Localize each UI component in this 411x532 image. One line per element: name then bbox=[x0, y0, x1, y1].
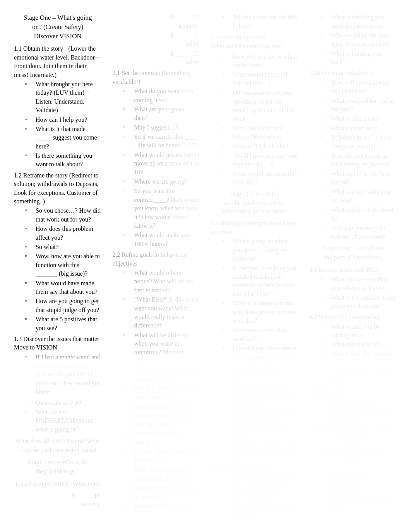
section-4-2-head: 4.2 Set specific assignments bbox=[310, 313, 397, 321]
list-item: First small sign of change? bbox=[123, 429, 200, 447]
section-2-3-head: 2.3 Generate specifics bbox=[211, 33, 299, 41]
section-4-2-list: What would you be willing to do? What co… bbox=[310, 322, 397, 385]
list-item: What brought you here today? (LUV them! … bbox=[24, 80, 102, 115]
section-4-1-list: What will be your first step when you le… bbox=[310, 275, 397, 311]
list-item: What could you do? bbox=[320, 340, 397, 349]
list-item: "I will know you met your objective by…?… bbox=[221, 152, 299, 169]
list-item: So you chose…? How did that work out for… bbox=[24, 206, 102, 224]
list-item: What are your goals, then? bbox=[123, 105, 200, 123]
list-item: What would sustainability look like? bbox=[221, 170, 299, 187]
list-item: Who might be willing to help you with th… bbox=[221, 408, 299, 425]
list-item: How have you done this? bbox=[221, 389, 299, 397]
list-item: What would you be doing differently? bbox=[123, 484, 200, 501]
list-item: Wow, how are you able to function with t… bbox=[24, 252, 102, 278]
list-item: On a scale of 0-10… bbox=[24, 399, 102, 407]
list-item: You talked like you were on track. When … bbox=[123, 402, 200, 428]
title-line-1: Stage One – What's going bbox=[14, 13, 102, 22]
list-item: How are you going to get that stupid jud… bbox=[24, 297, 102, 314]
list-item: Tell me when you did this before? bbox=[221, 13, 299, 31]
center-question-3: Where has learning HIS resources happene… bbox=[310, 427, 397, 444]
scale-line: 0______10security bbox=[14, 491, 102, 509]
scale-line: 0______10security bbox=[113, 13, 200, 31]
section-1-1-head: 1.1 Obtain the story - (Lower the emotio… bbox=[14, 44, 102, 79]
list-item: What might keep you from reaching this? bbox=[221, 483, 299, 500]
list-item: May I suggest…? bbox=[123, 123, 200, 132]
section-3-3-head: 3.3 Determine solution(s) bbox=[310, 69, 397, 77]
section-2-3-note: What does success look like? bbox=[211, 42, 299, 51]
section-4-3-list: So let me review… When could you report … bbox=[310, 397, 397, 424]
list-item: What is a tiny baby step for you? bbox=[320, 188, 397, 205]
list-item: Where can you go for help? bbox=[221, 426, 299, 443]
list-item: Is there something you want to talk abou… bbox=[24, 152, 102, 169]
list-item: How can I help you? bbox=[24, 116, 102, 124]
section-1-2-head: 1.2 Reframe the story (Redirect to solut… bbox=[14, 171, 102, 206]
center-question-1: What does HE (SHE) want? What does the c… bbox=[14, 437, 102, 454]
list-item: What could be adjusted? bbox=[221, 473, 299, 482]
list-item: So what? bbox=[24, 243, 102, 251]
list-item: Exceptions? bbox=[221, 398, 299, 407]
list-item: What is it about you that will allow you… bbox=[221, 299, 299, 325]
list-item: What is holding you back? bbox=[320, 49, 397, 67]
list-item: What could you do in the future? bbox=[320, 497, 397, 515]
list-item: Tell me about a time that you did ___? bbox=[123, 447, 200, 465]
list-item: What is it that made _____ suggest you c… bbox=[24, 125, 102, 151]
list-item: What will be different when you wake up … bbox=[123, 331, 200, 366]
list-item: What's the 1st sign change is taking pla… bbox=[123, 366, 200, 384]
list-item: How does this problem affect you? bbox=[24, 225, 102, 242]
list-item: Who will first notice? bbox=[123, 502, 200, 511]
list-item: What do you want from coming here? bbox=[123, 87, 200, 104]
list-item: What would happen if you did this…? bbox=[221, 70, 299, 88]
list-item: How did you know not to do it anymore? (… bbox=[221, 344, 299, 379]
list-item: When could you report back to me? bbox=[320, 406, 397, 424]
list-item: "What Else?" Is this really want you wan… bbox=[123, 295, 200, 330]
section-1-3-list: If I had a magic wand and removed the pr… bbox=[14, 353, 102, 396]
title-line: they want to go? bbox=[14, 467, 102, 476]
list-item: Who? What? When? Where? How often? bbox=[221, 124, 299, 142]
list-item: How will you know when you're there? bbox=[221, 53, 299, 70]
list-item: What would permit you to move up on a sc… bbox=[123, 151, 200, 177]
list-item: What will it look like? bbox=[221, 142, 299, 150]
list-item: Do you want to set your specific goal fo… bbox=[221, 89, 299, 123]
list-item: What do you UNDERSTAND about what is goi… bbox=[24, 408, 102, 434]
section-2-2-head: 2.2 Refine goals to behavioral objective… bbox=[113, 251, 200, 268]
list-item: What is the smallest thing you could do … bbox=[320, 293, 397, 311]
title-line: Stage Two – Where do bbox=[14, 457, 102, 467]
section-1-3-list-cont: On a scale of 0-10… What do you UNDERSTA… bbox=[14, 399, 102, 434]
list-item: What would others notice? Who will be th… bbox=[123, 269, 200, 295]
title-line-3: Discover VISION bbox=[14, 32, 102, 41]
stage-two-subtitle: Establishing VISION--What is It? bbox=[14, 480, 102, 488]
section-3-1-head: 3.1 Highlight strengths in self and envi… bbox=[211, 219, 299, 237]
stage-one-title: Stage One – What's going on? (Create Saf… bbox=[14, 13, 102, 41]
list-item: So let me review… bbox=[320, 397, 397, 406]
list-item: Who else will notice? bbox=[123, 466, 200, 474]
list-item: How did you stop (e.g., only hitting her… bbox=[320, 152, 397, 169]
section-3-3-list: How will you deal with this problem? Wha… bbox=[310, 78, 397, 241]
section-3-1-list: What's going on when you aren't… doing t… bbox=[211, 237, 299, 461]
list-item: What could you do about it? bbox=[320, 206, 397, 223]
list-item: What would you be willing to do? bbox=[320, 322, 397, 340]
list-item: If "I don't know"--- then "Suppose you d… bbox=[320, 133, 397, 151]
list-item: Who would be the most upset if you succe… bbox=[320, 31, 397, 49]
list-item: So you want this contract____? How would… bbox=[123, 187, 200, 230]
list-item: In the past, how have you handled that k… bbox=[221, 264, 299, 299]
list-item: Where we are going? bbox=[123, 177, 200, 186]
list-item: What's going on when you aren't… doing t… bbox=[221, 237, 299, 263]
list-item: What will be your first step when you le… bbox=[320, 275, 397, 293]
section-2-3-list: How will you know when you're there? Wha… bbox=[211, 53, 299, 187]
list-item: How do you think you do that? bbox=[221, 444, 299, 461]
section-4-1-head: 4.1 Review goals with RCA bbox=[310, 266, 397, 274]
stage-five-title: Stage Five – Long Term Change bbox=[310, 447, 397, 466]
list-item: What would it take? bbox=[320, 114, 397, 123]
list-item: Out of a 100 people, how many would say … bbox=[123, 384, 200, 402]
list-item: What's worked for you in the past? bbox=[320, 97, 397, 114]
list-item: What would your husband say? bbox=[320, 368, 397, 385]
list-item: What would have made them say that about… bbox=[24, 279, 102, 297]
section-2-1-list: What do you want from coming here? What … bbox=[113, 87, 200, 248]
list-item: What are 5 positives that you see? bbox=[24, 315, 102, 332]
section-1-2-list: So you chose…? How did that work out for… bbox=[14, 206, 102, 332]
list-item: Even a little bit better? bbox=[123, 475, 200, 483]
scale-line: 0______10other bbox=[113, 31, 200, 49]
scale-line: 0______10other bbox=[113, 49, 200, 67]
stage-four-title: Stage Four – Reinforce the plan (Consoli… bbox=[310, 244, 397, 262]
list-item: What would be the best option? bbox=[320, 170, 397, 187]
